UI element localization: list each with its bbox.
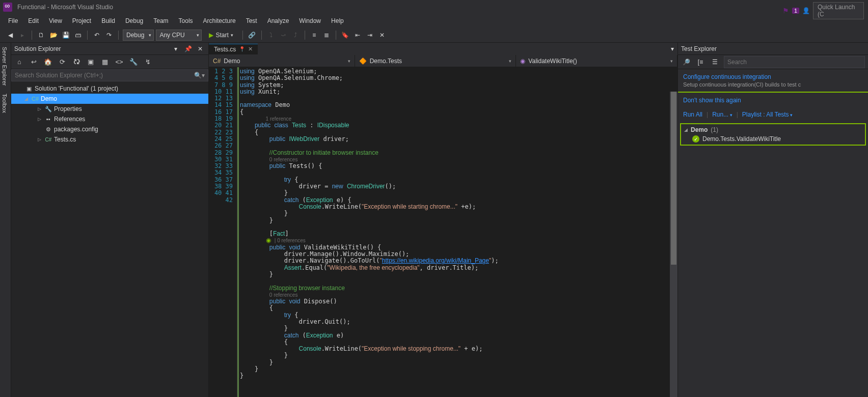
menu-tools[interactable]: Tools: [174, 16, 198, 26]
te-group-by-icon[interactable]: [≡: [695, 57, 706, 67]
open-file-icon[interactable]: 📂: [48, 30, 59, 40]
start-debug-button[interactable]: ▶Start▾: [204, 31, 238, 40]
quick-launch-input[interactable]: Quick Launch (C: [813, 2, 864, 19]
server-explorer-tab[interactable]: Server Explorer: [0, 43, 9, 90]
clear-bookmarks-icon[interactable]: ✕: [377, 30, 387, 40]
se-home2-icon[interactable]: 🏠: [43, 57, 53, 67]
dont-show-again-link[interactable]: Don't show this again: [683, 97, 741, 104]
solution-explorer-title: Solution Explorer: [14, 45, 61, 52]
panel-pin-icon[interactable]: 📌: [183, 44, 193, 54]
menu-architecture[interactable]: Architecture: [198, 16, 241, 26]
se-sync-icon[interactable]: ⟳: [57, 57, 67, 67]
menu-build[interactable]: Build: [96, 16, 120, 26]
member-nav-dropdown[interactable]: ◉ValidateWikiTitle(): [516, 55, 677, 67]
tests-cs-node[interactable]: ▷C# Tests.cs: [11, 134, 208, 145]
menu-debug[interactable]: Debug: [120, 16, 148, 26]
comment-icon[interactable]: ≡: [309, 30, 319, 40]
notifications-count-badge[interactable]: 1: [792, 8, 799, 14]
save-icon[interactable]: 💾: [61, 30, 71, 40]
test-result-validatewikititle[interactable]: ✓ Demo.Tests.ValidateWikiTitle: [682, 134, 864, 144]
code-editor[interactable]: using OpenQA.Selenium; using OpenQA.Sele…: [240, 67, 677, 397]
nav-back-icon[interactable]: ◀: [5, 30, 15, 40]
panel-close-icon[interactable]: ✕: [195, 44, 205, 54]
toolbox-tab[interactable]: Toolbox: [0, 90, 9, 117]
solution-search-input[interactable]: 🔍▾: [11, 69, 208, 81]
tab-pin-icon[interactable]: 📍: [239, 46, 245, 52]
panel-dropdown-icon[interactable]: ▾: [171, 44, 181, 54]
menu-edit[interactable]: Edit: [23, 16, 44, 26]
undo-icon[interactable]: ↶: [92, 30, 102, 40]
vertical-scrollbar[interactable]: [670, 92, 677, 397]
menu-bar: File Edit View Project Build Debug Team …: [0, 14, 868, 27]
menu-team[interactable]: Team: [148, 16, 173, 26]
run-all-link[interactable]: Run All: [683, 111, 702, 118]
menu-project[interactable]: Project: [67, 16, 96, 26]
change-indicator: [237, 67, 240, 397]
test-search-input[interactable]: [724, 56, 865, 68]
uncomment-icon[interactable]: ≣: [321, 30, 332, 40]
next-bookmark-icon[interactable]: ⇥: [365, 30, 375, 40]
se-wrench-icon[interactable]: ↯: [143, 57, 153, 67]
project-nav-dropdown[interactable]: C#Demo: [209, 55, 355, 67]
te-list-icon[interactable]: ☰: [710, 57, 720, 67]
te-search-settings-icon[interactable]: 🔎: [681, 57, 691, 67]
menu-file[interactable]: File: [3, 16, 23, 26]
document-tab-tests[interactable]: Tests.cs 📍 ✕: [209, 44, 258, 54]
window-title: Functional - Microsoft Visual Studio: [17, 4, 113, 11]
menu-test[interactable]: Test: [241, 16, 262, 26]
solution-root-node[interactable]: ▣ Solution 'Functional' (1 project): [11, 83, 208, 94]
menu-analyze[interactable]: Analyze: [262, 16, 294, 26]
se-collapse-icon[interactable]: ▣: [86, 57, 96, 67]
se-refresh-icon[interactable]: 🗘: [71, 57, 82, 67]
project-references-node[interactable]: ▷▪▪ References: [11, 114, 208, 124]
type-nav-dropdown[interactable]: 🔶Demo.Tests: [355, 55, 517, 67]
ci-subtitle-text: Setup continuous integration(CI) builds …: [683, 81, 863, 88]
menu-view[interactable]: View: [44, 16, 67, 26]
run-dropdown-link[interactable]: Run...: [712, 111, 733, 118]
step-out-icon: ⤴: [290, 30, 301, 40]
menu-help[interactable]: Help: [326, 16, 349, 26]
prev-bookmark-icon[interactable]: ⇤: [352, 30, 363, 40]
se-preview-icon[interactable]: 🔧: [128, 57, 139, 67]
se-showall-icon[interactable]: ▦: [100, 57, 110, 67]
packages-config-node[interactable]: ⚙ packages.config: [11, 124, 208, 134]
vs-logo-icon: [3, 3, 12, 12]
project-properties-node[interactable]: ▷🔧 Properties: [11, 104, 208, 114]
platform-dropdown[interactable]: Any CPU: [156, 30, 202, 41]
project-node-demo[interactable]: ◢C# Demo: [11, 94, 208, 104]
line-numbers-gutter: 1 2 3 4 5 6 7 8 9 10 11 12 13 14 15 16 1…: [209, 67, 237, 397]
notifications-flag-icon[interactable]: ⚑: [782, 7, 789, 15]
test-group-demo[interactable]: ◢ Demo (1): [682, 125, 864, 134]
playlist-dropdown-link[interactable]: Playlist : All Tests: [742, 111, 793, 118]
tab-close-icon[interactable]: ✕: [248, 46, 253, 52]
active-files-dropdown-icon[interactable]: ▾: [667, 44, 677, 54]
step-into-icon: ⤵: [266, 30, 276, 40]
se-home-icon[interactable]: ⌂: [14, 57, 24, 67]
save-all-icon[interactable]: 🗃: [73, 30, 83, 40]
redo-icon[interactable]: ↷: [104, 30, 114, 40]
test-explorer-title: Test Explorer: [681, 45, 717, 52]
configure-ci-link[interactable]: Configure continuous integration: [683, 73, 863, 80]
browser-link-icon[interactable]: 🔗: [247, 30, 257, 40]
se-properties-icon[interactable]: <>: [114, 57, 124, 67]
bookmark-icon[interactable]: 🔖: [340, 30, 350, 40]
configuration-dropdown[interactable]: Debug: [123, 30, 154, 41]
feedback-icon[interactable]: 👤: [802, 7, 810, 14]
nav-fwd-icon[interactable]: ▸: [17, 30, 28, 40]
new-project-icon[interactable]: 🗋: [36, 30, 46, 40]
se-back-icon[interactable]: ↩: [29, 57, 39, 67]
test-pass-icon: ✓: [692, 135, 699, 143]
menu-window[interactable]: Window: [294, 16, 326, 26]
step-over-icon: ⤻: [278, 30, 288, 40]
search-icon: 🔍▾: [194, 72, 205, 79]
